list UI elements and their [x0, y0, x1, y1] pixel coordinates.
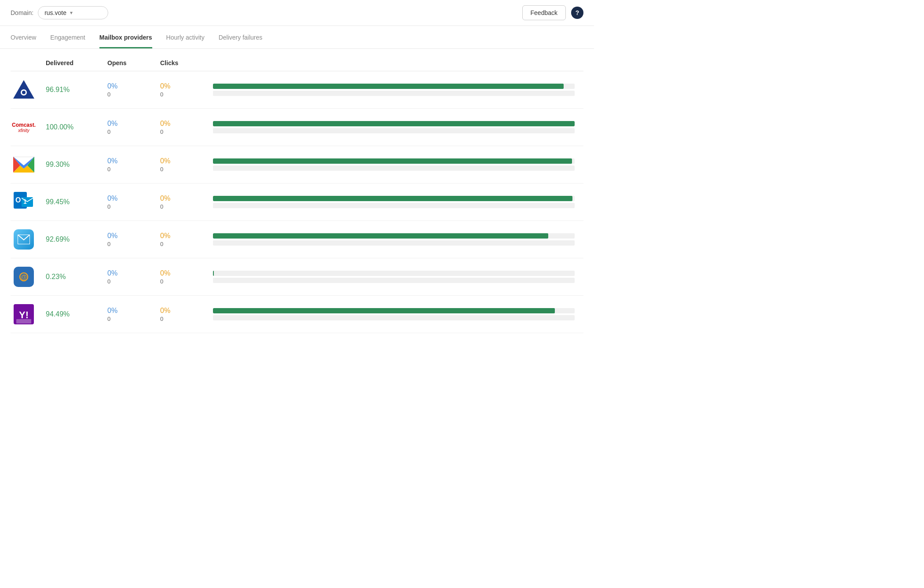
table-row: 96.91% 0% 0 0% 0	[11, 71, 583, 109]
yahoo-opens-bar-track	[213, 315, 575, 320]
gmail-logo	[11, 153, 37, 176]
gmail-opens: 0% 0	[107, 157, 160, 173]
tab-hourly-activity[interactable]: Hourly activity	[166, 26, 205, 48]
yahoo-delivered-bar	[213, 308, 555, 313]
svg-text:Y!: Y!	[19, 309, 29, 320]
generic-delivered: 0.23%	[46, 273, 107, 281]
comcast-opens: 0% 0	[107, 120, 160, 135]
tab-delivery-failures[interactable]: Delivery failures	[219, 26, 263, 48]
aol-delivered: 96.91%	[46, 86, 107, 94]
tab-mailbox-providers[interactable]: Mailbox providers	[99, 26, 152, 48]
comcast-delivered-bar-track	[213, 121, 575, 126]
yahoo-bars	[213, 308, 583, 320]
generic-opens: 0% 0	[107, 269, 160, 285]
table-header: Delivered Opens Clicks	[11, 59, 583, 71]
gmail-delivered: 99.30%	[46, 161, 107, 169]
outlook-delivered-bar	[213, 196, 572, 201]
generic-bars	[213, 271, 583, 283]
yahoo-logo: Y!	[11, 303, 37, 326]
comcast-delivered-bar	[213, 121, 575, 126]
gmail-opens-bar-track	[213, 165, 575, 171]
outlook-opens: 0% 0	[107, 195, 160, 210]
main-content: Delivered Opens Clicks 96.91% 0% 0 0% 0	[0, 49, 594, 344]
table-row: 92.69% 0% 0 0% 0	[11, 221, 583, 258]
applemail-delivered-bar-track	[213, 233, 575, 239]
col-opens: Opens	[107, 59, 160, 66]
yahoo-delivered-bar-track	[213, 308, 575, 313]
gmail-bars	[213, 158, 583, 171]
table-row: O 1 99.45% 0% 0 0% 0	[11, 184, 583, 221]
domain-value: rus.vote	[44, 9, 66, 16]
svg-text:O: O	[15, 196, 21, 204]
header-left: Domain: rus.vote ▾	[11, 6, 108, 19]
gmail-delivered-bar-track	[213, 158, 575, 164]
domain-selector[interactable]: rus.vote ▾	[38, 6, 108, 19]
table-row: @ 0.23% 0% 0 0% 0	[11, 258, 583, 296]
generic-delivered-bar	[213, 271, 214, 276]
generic-opens-bar-track	[213, 278, 575, 283]
col-clicks: Clicks	[160, 59, 213, 66]
aol-opens: 0% 0	[107, 82, 160, 98]
help-icon[interactable]: ?	[571, 7, 583, 19]
tab-engagement[interactable]: Engagement	[50, 26, 85, 48]
applemail-delivered-bar	[213, 233, 548, 239]
svg-rect-19	[16, 319, 31, 323]
outlook-delivered: 99.45%	[46, 198, 107, 206]
comcast-bars	[213, 121, 583, 133]
comcast-clicks: 0% 0	[160, 120, 213, 135]
tab-overview[interactable]: Overview	[11, 26, 36, 48]
outlook-logo: O 1	[11, 191, 37, 213]
comcast-delivered: 100.00%	[46, 123, 107, 131]
gmail-delivered-bar	[213, 158, 572, 164]
outlook-delivered-bar-track	[213, 196, 575, 201]
table-row: Y! 94.49% 0% 0 0% 0	[11, 296, 583, 333]
yahoo-delivered: 94.49%	[46, 310, 107, 318]
header-right: Feedback ?	[522, 5, 583, 20]
table-row: Comcast. xfinity 100.00% 0% 0 0% 0	[11, 109, 583, 146]
applemail-delivered: 92.69%	[46, 235, 107, 243]
gmail-clicks: 0% 0	[160, 157, 213, 173]
svg-point-2	[22, 91, 26, 94]
yahoo-opens: 0% 0	[107, 307, 160, 322]
app-header: Domain: rus.vote ▾ Feedback ?	[0, 0, 594, 26]
domain-label: Domain:	[11, 9, 33, 16]
outlook-opens-bar-track	[213, 203, 575, 208]
comcast-logo: Comcast. xfinity	[11, 116, 37, 139]
aol-delivered-bar-track	[213, 84, 575, 89]
aol-clicks: 0% 0	[160, 82, 213, 98]
aol-opens-bar-track	[213, 91, 575, 96]
applemail-bars	[213, 233, 583, 246]
aol-bars	[213, 84, 583, 96]
aol-logo	[11, 78, 37, 101]
apple-mail-logo	[11, 228, 37, 251]
generic-delivered-bar-track	[213, 271, 575, 276]
generic-email-logo: @	[11, 265, 37, 288]
feedback-button[interactable]: Feedback	[522, 5, 566, 20]
svg-text:@: @	[21, 273, 27, 280]
applemail-opens-bar-track	[213, 240, 575, 246]
applemail-opens: 0% 0	[107, 232, 160, 247]
nav-tabs: Overview Engagement Mailbox providers Ho…	[0, 26, 594, 49]
comcast-opens-bar-track	[213, 128, 575, 133]
applemail-clicks: 0% 0	[160, 232, 213, 247]
yahoo-clicks: 0% 0	[160, 307, 213, 322]
generic-clicks: 0% 0	[160, 269, 213, 285]
col-delivered: Delivered	[46, 59, 107, 66]
outlook-bars	[213, 196, 583, 208]
table-row: 99.30% 0% 0 0% 0	[11, 146, 583, 184]
outlook-clicks: 0% 0	[160, 195, 213, 210]
chevron-down-icon: ▾	[70, 10, 73, 16]
aol-delivered-bar	[213, 84, 564, 89]
